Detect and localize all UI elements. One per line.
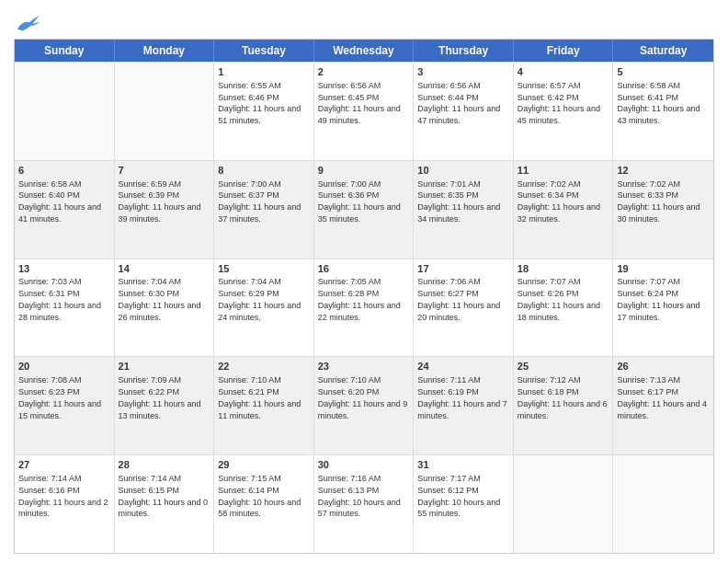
calendar-cell: 25Sunrise: 7:12 AMSunset: 6:18 PMDayligh… — [514, 357, 614, 454]
day-number: 1 — [218, 65, 310, 79]
cell-info: Sunrise: 7:04 AMSunset: 6:29 PMDaylight:… — [218, 277, 301, 321]
calendar-cell-empty — [514, 455, 614, 553]
calendar-cell: 1Sunrise: 6:55 AMSunset: 6:46 PMDaylight… — [214, 63, 314, 160]
calendar-cell: 11Sunrise: 7:02 AMSunset: 6:34 PMDayligh… — [514, 161, 614, 259]
cell-info: Sunrise: 6:57 AMSunset: 6:42 PMDaylight:… — [518, 81, 600, 125]
calendar-row: 27Sunrise: 7:14 AMSunset: 6:16 PMDayligh… — [15, 454, 713, 553]
calendar-header-cell: Monday — [115, 40, 215, 62]
calendar: SundayMondayTuesdayWednesdayThursdayFrid… — [14, 39, 714, 554]
day-number: 15 — [218, 262, 310, 276]
calendar-cell: 22Sunrise: 7:10 AMSunset: 6:21 PMDayligh… — [214, 357, 314, 454]
calendar-cell: 26Sunrise: 7:13 AMSunset: 6:17 PMDayligh… — [613, 357, 713, 454]
day-number: 27 — [18, 458, 110, 472]
cell-info: Sunrise: 6:55 AMSunset: 6:46 PMDaylight:… — [218, 81, 301, 125]
day-number: 24 — [417, 360, 509, 373]
cell-info: Sunrise: 6:58 AMSunset: 6:41 PMDaylight:… — [617, 81, 700, 125]
cell-info: Sunrise: 7:14 AMSunset: 6:16 PMDaylight:… — [18, 474, 108, 518]
cell-info: Sunrise: 7:11 AMSunset: 6:19 PMDaylight:… — [417, 375, 507, 419]
cell-info: Sunrise: 7:02 AMSunset: 6:34 PMDaylight:… — [518, 179, 600, 224]
day-number: 17 — [417, 262, 509, 276]
calendar-header-cell: Sunday — [15, 40, 115, 62]
cell-info: Sunrise: 7:04 AMSunset: 6:30 PMDaylight:… — [119, 277, 201, 321]
calendar-cell: 14Sunrise: 7:04 AMSunset: 6:30 PMDayligh… — [115, 259, 215, 357]
calendar-cell-empty — [115, 63, 215, 160]
calendar-cell: 10Sunrise: 7:01 AMSunset: 6:35 PMDayligh… — [414, 161, 514, 259]
day-number: 26 — [617, 360, 710, 373]
day-number: 13 — [18, 262, 110, 276]
calendar-header-cell: Friday — [514, 40, 614, 62]
cell-info: Sunrise: 7:10 AMSunset: 6:20 PMDaylight:… — [318, 375, 408, 419]
day-number: 19 — [617, 262, 710, 276]
calendar-cell: 31Sunrise: 7:17 AMSunset: 6:12 PMDayligh… — [414, 455, 514, 553]
cell-info: Sunrise: 7:09 AMSunset: 6:22 PMDaylight:… — [119, 375, 201, 419]
day-number: 18 — [518, 262, 609, 276]
calendar-cell: 13Sunrise: 7:03 AMSunset: 6:31 PMDayligh… — [15, 259, 115, 357]
cell-info: Sunrise: 7:07 AMSunset: 6:24 PMDaylight:… — [617, 277, 700, 321]
calendar-cell: 2Sunrise: 6:56 AMSunset: 6:45 PMDaylight… — [314, 63, 415, 160]
calendar-cell: 28Sunrise: 7:14 AMSunset: 6:15 PMDayligh… — [115, 455, 215, 553]
calendar-body: 1Sunrise: 6:55 AMSunset: 6:46 PMDaylight… — [15, 62, 713, 553]
calendar-cell: 8Sunrise: 7:00 AMSunset: 6:37 PMDaylight… — [214, 161, 314, 259]
calendar-cell: 9Sunrise: 7:00 AMSunset: 6:36 PMDaylight… — [314, 161, 415, 259]
day-number: 21 — [119, 360, 210, 373]
calendar-row: 1Sunrise: 6:55 AMSunset: 6:46 PMDaylight… — [15, 62, 713, 160]
cell-info: Sunrise: 7:06 AMSunset: 6:27 PMDaylight:… — [417, 277, 500, 321]
cell-info: Sunrise: 7:14 AMSunset: 6:15 PMDaylight:… — [119, 474, 209, 518]
calendar-cell: 29Sunrise: 7:15 AMSunset: 6:14 PMDayligh… — [214, 455, 314, 553]
calendar-cell: 21Sunrise: 7:09 AMSunset: 6:22 PMDayligh… — [115, 357, 215, 454]
day-number: 30 — [318, 458, 410, 472]
cell-info: Sunrise: 7:13 AMSunset: 6:17 PMDaylight:… — [617, 375, 707, 419]
calendar-row: 13Sunrise: 7:03 AMSunset: 6:31 PMDayligh… — [15, 259, 713, 357]
cell-info: Sunrise: 7:00 AMSunset: 6:36 PMDaylight:… — [318, 179, 401, 224]
day-number: 5 — [617, 65, 710, 79]
calendar-cell: 24Sunrise: 7:11 AMSunset: 6:19 PMDayligh… — [414, 357, 514, 454]
calendar-header-cell: Tuesday — [214, 40, 314, 62]
logo — [14, 13, 41, 33]
calendar-cell: 18Sunrise: 7:07 AMSunset: 6:26 PMDayligh… — [514, 259, 614, 357]
calendar-cell: 12Sunrise: 7:02 AMSunset: 6:33 PMDayligh… — [613, 161, 713, 259]
calendar-cell: 17Sunrise: 7:06 AMSunset: 6:27 PMDayligh… — [414, 259, 514, 357]
day-number: 20 — [18, 360, 110, 373]
calendar-cell: 3Sunrise: 6:56 AMSunset: 6:44 PMDaylight… — [414, 63, 514, 160]
calendar-header-cell: Saturday — [613, 40, 713, 62]
calendar-cell: 27Sunrise: 7:14 AMSunset: 6:16 PMDayligh… — [15, 455, 115, 553]
cell-info: Sunrise: 7:01 AMSunset: 6:35 PMDaylight:… — [417, 179, 500, 224]
day-number: 14 — [119, 262, 210, 276]
calendar-cell: 19Sunrise: 7:07 AMSunset: 6:24 PMDayligh… — [613, 259, 713, 357]
calendar-header-cell: Thursday — [414, 40, 514, 62]
logo-bird-icon — [16, 13, 41, 35]
cell-info: Sunrise: 7:03 AMSunset: 6:31 PMDaylight:… — [18, 277, 101, 321]
calendar-cell: 5Sunrise: 6:58 AMSunset: 6:41 PMDaylight… — [613, 63, 713, 160]
cell-info: Sunrise: 7:08 AMSunset: 6:23 PMDaylight:… — [18, 375, 101, 419]
cell-info: Sunrise: 7:07 AMSunset: 6:26 PMDaylight:… — [518, 277, 600, 321]
calendar-cell: 16Sunrise: 7:05 AMSunset: 6:28 PMDayligh… — [314, 259, 415, 357]
day-number: 3 — [417, 65, 509, 79]
day-number: 9 — [318, 164, 410, 178]
day-number: 11 — [518, 164, 609, 178]
calendar-cell: 7Sunrise: 6:59 AMSunset: 6:39 PMDaylight… — [115, 161, 215, 259]
day-number: 31 — [417, 458, 509, 472]
calendar-header-cell: Wednesday — [314, 40, 415, 62]
calendar-cell-empty — [613, 455, 713, 553]
day-number: 23 — [318, 360, 410, 373]
header — [14, 9, 714, 33]
calendar-cell: 20Sunrise: 7:08 AMSunset: 6:23 PMDayligh… — [15, 357, 115, 454]
day-number: 10 — [417, 164, 509, 178]
day-number: 2 — [318, 65, 410, 79]
cell-info: Sunrise: 7:00 AMSunset: 6:37 PMDaylight:… — [218, 179, 301, 224]
day-number: 7 — [119, 164, 210, 178]
day-number: 22 — [218, 360, 310, 373]
day-number: 12 — [617, 164, 710, 178]
calendar-cell: 30Sunrise: 7:16 AMSunset: 6:13 PMDayligh… — [314, 455, 415, 553]
day-number: 8 — [218, 164, 310, 178]
page: SundayMondayTuesdayWednesdayThursdayFrid… — [0, 0, 728, 563]
day-number: 28 — [119, 458, 210, 472]
cell-info: Sunrise: 6:56 AMSunset: 6:45 PMDaylight:… — [318, 81, 401, 125]
cell-info: Sunrise: 7:17 AMSunset: 6:12 PMDaylight:… — [417, 474, 500, 518]
calendar-cell: 4Sunrise: 6:57 AMSunset: 6:42 PMDaylight… — [514, 63, 614, 160]
calendar-row: 20Sunrise: 7:08 AMSunset: 6:23 PMDayligh… — [15, 356, 713, 454]
cell-info: Sunrise: 7:10 AMSunset: 6:21 PMDaylight:… — [218, 375, 301, 419]
cell-info: Sunrise: 6:58 AMSunset: 6:40 PMDaylight:… — [18, 179, 101, 224]
day-number: 16 — [318, 262, 410, 276]
cell-info: Sunrise: 7:16 AMSunset: 6:13 PMDaylight:… — [318, 474, 401, 518]
